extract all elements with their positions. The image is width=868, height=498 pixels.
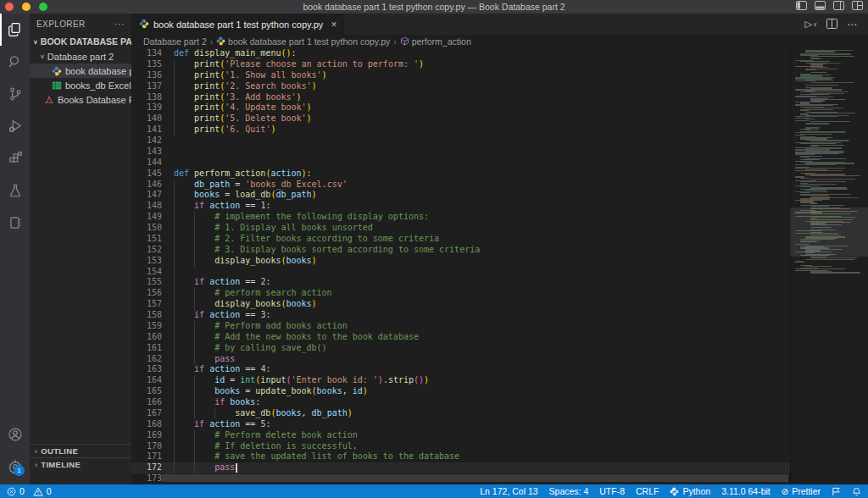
line-number[interactable]: 170 bbox=[131, 441, 162, 452]
line-number[interactable]: 173 bbox=[131, 473, 162, 484]
line-number[interactable]: 149 bbox=[131, 212, 162, 223]
code-line-159[interactable]: 159# Perform add books action bbox=[131, 321, 868, 332]
zoom-window-button[interactable] bbox=[39, 3, 47, 11]
code-line-140[interactable]: 140print('5. Delete book') bbox=[131, 113, 868, 125]
code-line-147[interactable]: 147books = load_db(db_path) bbox=[131, 190, 868, 201]
line-number[interactable]: 163 bbox=[131, 364, 162, 375]
code-line-156[interactable]: 156# perform search action bbox=[131, 288, 868, 299]
line-number[interactable]: 137 bbox=[131, 81, 162, 92]
line-number[interactable]: 144 bbox=[131, 158, 162, 169]
code-line-167[interactable]: 167save_db(books, db_path) bbox=[131, 408, 868, 419]
line-number[interactable]: 165 bbox=[131, 386, 162, 397]
code-line-170[interactable]: 170# If deletion is successful, bbox=[131, 441, 868, 452]
tree-file-pdf[interactable]: Books Database Part... bbox=[30, 92, 131, 107]
split-editor-icon[interactable] bbox=[826, 17, 837, 32]
code-line-139[interactable]: 139print('4. Update book') bbox=[131, 102, 868, 113]
line-number[interactable]: 159 bbox=[131, 321, 162, 332]
breadcrumb-folder[interactable]: Database part 2 bbox=[143, 36, 207, 47]
line-number[interactable]: 139 bbox=[131, 102, 162, 113]
code-line-141[interactable]: 141print('6. Quit') bbox=[131, 125, 868, 136]
code-editor[interactable]: 134def display_main_menu():135print('Ple… bbox=[131, 48, 868, 484]
line-number[interactable]: 145 bbox=[131, 169, 162, 180]
line-number[interactable]: 167 bbox=[131, 408, 162, 419]
code-line-152[interactable]: 152# 3. Display books sorted according t… bbox=[131, 245, 868, 256]
feedback-icon[interactable] bbox=[832, 487, 841, 496]
code-line-145[interactable]: 145def perform_action(action): bbox=[131, 169, 868, 180]
line-number[interactable]: 153 bbox=[131, 256, 162, 267]
toggle-panel-icon[interactable] bbox=[815, 1, 826, 10]
line-number[interactable]: 151 bbox=[131, 234, 162, 245]
code-line-136[interactable]: 136print('1. Show all books') bbox=[131, 70, 868, 81]
code-line-171[interactable]: 171# save the updated list of books to t… bbox=[131, 451, 868, 462]
code-line-166[interactable]: 166if books: bbox=[131, 397, 868, 408]
close-window-button[interactable] bbox=[5, 3, 14, 11]
settings-gear-icon[interactable]: 1 bbox=[0, 451, 30, 483]
code-line-161[interactable]: 161# by calling save_db() bbox=[131, 343, 868, 354]
language-mode[interactable]: Python bbox=[670, 486, 710, 496]
minimize-window-button[interactable] bbox=[22, 3, 31, 11]
close-tab-icon[interactable]: × bbox=[331, 19, 337, 30]
code-line-162[interactable]: 162pass bbox=[131, 354, 868, 365]
explorer-actions-icon[interactable]: ··· bbox=[114, 19, 125, 29]
source-control-icon[interactable] bbox=[0, 78, 30, 110]
minimap-slider[interactable] bbox=[790, 208, 868, 257]
search-icon[interactable] bbox=[0, 46, 30, 78]
code-line-135[interactable]: 135print('Please choose an action to per… bbox=[131, 59, 868, 70]
line-number[interactable]: 169 bbox=[131, 430, 162, 441]
code-line-172[interactable]: 172pass bbox=[131, 462, 868, 473]
tree-file-python[interactable]: book database part... bbox=[30, 64, 131, 78]
code-line-137[interactable]: 137print('2. Search books') bbox=[131, 81, 868, 92]
line-number[interactable]: 136 bbox=[131, 70, 162, 81]
line-number[interactable]: 134 bbox=[131, 48, 162, 59]
code-line-150[interactable]: 150# 1. Display all books unsorted bbox=[131, 223, 868, 234]
code-line-149[interactable]: 149# implement the following display opt… bbox=[131, 212, 868, 223]
python-interpreter[interactable]: 3.11.0 64-bit bbox=[721, 486, 771, 496]
line-number[interactable]: 166 bbox=[131, 397, 162, 408]
code-line-157[interactable]: 157display_books(books) bbox=[131, 299, 868, 310]
line-number[interactable]: 148 bbox=[131, 201, 162, 212]
eol-sequence[interactable]: CRLF bbox=[636, 486, 659, 496]
code-line-138[interactable]: 138print('3. Add books') bbox=[131, 92, 868, 103]
line-number[interactable]: 152 bbox=[131, 245, 162, 256]
tree-root-book-database-part-2[interactable]: ∨ BOOK DATABASE PART 2 bbox=[30, 34, 131, 49]
extensions-icon[interactable] bbox=[0, 142, 30, 174]
code-line-155[interactable]: 155if action == 2: bbox=[131, 277, 868, 288]
encoding[interactable]: UTF-8 bbox=[599, 486, 625, 496]
run-and-debug-icon[interactable] bbox=[0, 110, 30, 142]
line-number[interactable]: 162 bbox=[131, 354, 162, 365]
notifications-bell-icon[interactable] bbox=[852, 487, 861, 496]
explorer-icon[interactable] bbox=[0, 14, 30, 46]
code-line-148[interactable]: 148if action == 1: bbox=[131, 201, 868, 212]
minimap[interactable] bbox=[790, 48, 868, 484]
line-number[interactable]: 135 bbox=[131, 59, 162, 70]
line-number[interactable]: 168 bbox=[131, 419, 162, 430]
more-actions-icon[interactable]: ⋯ bbox=[847, 19, 858, 30]
code-line-153[interactable]: 153display_books(books) bbox=[131, 256, 868, 267]
line-number[interactable]: 141 bbox=[131, 125, 162, 136]
horizontal-scrollbar[interactable] bbox=[162, 474, 788, 482]
problems-errors[interactable]: 0 bbox=[7, 486, 25, 496]
line-number[interactable]: 147 bbox=[131, 190, 162, 201]
code-line-151[interactable]: 151# 2. Filter books according to some c… bbox=[131, 234, 868, 245]
line-number[interactable]: 154 bbox=[131, 267, 162, 278]
toggle-secondary-sidebar-icon[interactable] bbox=[833, 1, 844, 10]
accounts-icon[interactable] bbox=[0, 418, 30, 451]
code-line-142[interactable]: 142 bbox=[131, 136, 868, 147]
testing-icon[interactable] bbox=[0, 174, 30, 207]
line-number[interactable]: 156 bbox=[131, 288, 162, 299]
code-line-144[interactable]: 144 bbox=[131, 158, 868, 169]
timeline-panel-header[interactable]: › TIMELINE bbox=[30, 457, 131, 471]
tree-folder-database-part-2[interactable]: ∨ Database part 2 bbox=[30, 49, 131, 64]
problems-warnings[interactable]: 0 bbox=[33, 486, 52, 496]
indentation[interactable]: Spaces: 4 bbox=[549, 486, 589, 496]
cursor-position[interactable]: Ln 172, Col 13 bbox=[480, 486, 537, 496]
tab-python-file[interactable]: book database part 1 test python copy.py… bbox=[131, 14, 344, 35]
line-number[interactable]: 146 bbox=[131, 180, 162, 191]
outline-panel-header[interactable]: › OUTLINE bbox=[30, 444, 131, 457]
code-line-164[interactable]: 164id = int(input('Enter book id: ').str… bbox=[131, 375, 868, 386]
line-number[interactable]: 157 bbox=[131, 299, 162, 310]
code-line-160[interactable]: 160# Add the new books to the book datab… bbox=[131, 332, 868, 343]
tree-file-excel[interactable]: books_db Excel cop... bbox=[30, 78, 131, 92]
line-number[interactable]: 150 bbox=[131, 223, 162, 234]
line-number[interactable]: 138 bbox=[131, 92, 162, 103]
